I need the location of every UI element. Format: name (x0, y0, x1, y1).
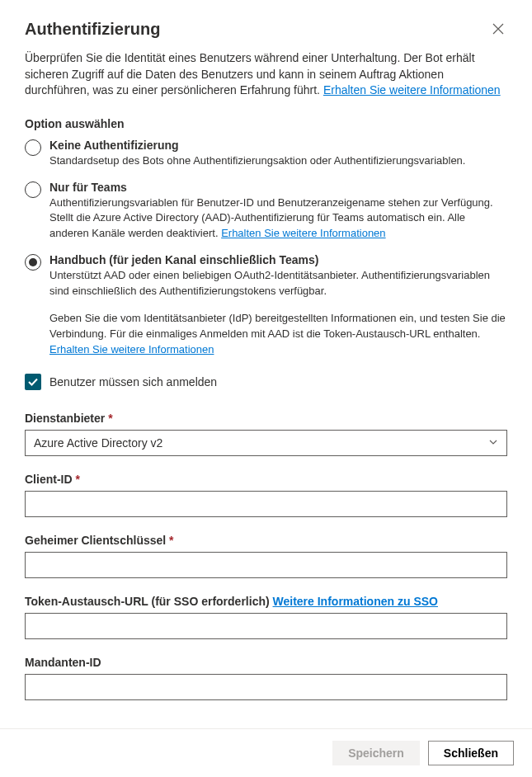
clientid-input[interactable] (25, 491, 507, 517)
option-manual-note-text: Geben Sie die vom Identitätsanbieter (Id… (49, 312, 506, 340)
field-tokenurl: Token-Austausch-URL (für SSO erforderlic… (25, 595, 507, 639)
close-button[interactable] (489, 20, 507, 40)
tokenurl-link[interactable]: Weitere Informationen zu SSO (273, 595, 438, 608)
save-button[interactable]: Speichern (332, 741, 420, 765)
check-icon (27, 376, 39, 388)
provider-value: Azure Active Directory v2 (34, 436, 162, 450)
field-provider: Dienstanbieter * Azure Active Directory … (25, 412, 507, 456)
required-mark: * (105, 412, 112, 425)
tokenurl-input[interactable] (25, 613, 507, 639)
option-none-desc: Standardsetup des Bots ohne Authentifizi… (49, 153, 507, 169)
option-manual-link[interactable]: Erhalten Sie weitere Informationen (49, 343, 214, 356)
tokenurl-label: Token-Austausch-URL (für SSO erforderlic… (25, 595, 507, 608)
clientsecret-label: Geheimer Clientschlüssel * (25, 534, 507, 547)
option-teams-link[interactable]: Erhalten Sie weitere Informationen (221, 227, 385, 239)
field-clientid: Client-ID * (25, 473, 507, 517)
intro-link[interactable]: Erhalten Sie weitere Informationen (323, 83, 501, 97)
clientsecret-input[interactable] (25, 552, 507, 578)
tokenurl-label-text: Token-Austausch-URL (für SSO erforderlic… (25, 595, 273, 608)
provider-label: Dienstanbieter * (25, 412, 507, 425)
option-none-title[interactable]: Keine Authentifizierung (49, 139, 507, 152)
require-signin-checkbox[interactable] (25, 374, 41, 390)
radio-none[interactable] (25, 139, 41, 156)
radio-teams[interactable] (25, 181, 41, 198)
required-mark: * (73, 473, 80, 486)
tenantid-input[interactable] (25, 674, 507, 700)
option-teams-desc: Authentifizierungsvariablen für Benutzer… (49, 195, 507, 243)
close-icon (492, 24, 504, 37)
provider-select[interactable]: Azure Active Directory v2 (25, 430, 507, 456)
radio-manual[interactable] (25, 254, 41, 271)
panel-footer: Speichern Schließen (0, 728, 532, 777)
field-tenantid: Mandanten-ID (25, 656, 507, 700)
intro-text: Überprüfen Sie die Identität eines Benut… (25, 50, 507, 99)
panel-content[interactable]: Überprüfen Sie die Identität eines Benut… (0, 50, 532, 728)
option-teams-title[interactable]: Nur für Teams (49, 181, 507, 194)
auth-panel: Authentifizierung Überprüfen Sie die Ide… (0, 0, 532, 777)
required-mark: * (166, 534, 173, 547)
require-signin-row: Benutzer müssen sich anmelden (25, 374, 507, 390)
option-teams: Nur für Teams Authentifizierungsvariable… (25, 181, 507, 243)
option-manual-note: Geben Sie die vom Identitätsanbieter (Id… (49, 311, 507, 358)
option-manual-title[interactable]: Handbuch (für jeden Kanal einschließlich… (49, 253, 507, 266)
option-section-label: Option auswählen (25, 117, 507, 130)
option-manual-desc: Unterstützt AAD oder einen beliebigen OA… (49, 268, 507, 299)
clientid-label: Client-ID * (25, 473, 507, 486)
page-title: Authentifizierung (25, 20, 160, 39)
panel-header: Authentifizierung (0, 0, 532, 50)
field-clientsecret: Geheimer Clientschlüssel * (25, 534, 507, 578)
provider-label-text: Dienstanbieter (25, 412, 105, 425)
clientid-label-text: Client-ID (25, 473, 73, 486)
clientsecret-label-text: Geheimer Clientschlüssel (25, 534, 166, 547)
require-signin-label[interactable]: Benutzer müssen sich anmelden (49, 375, 217, 388)
option-teams-body: Nur für Teams Authentifizierungsvariable… (49, 181, 507, 243)
option-none: Keine Authentifizierung Standardsetup de… (25, 139, 507, 169)
chevron-down-icon (488, 437, 498, 450)
option-manual-body: Handbuch (für jeden Kanal einschließlich… (49, 253, 507, 357)
tenantid-label: Mandanten-ID (25, 656, 507, 669)
tenantid-label-text: Mandanten-ID (25, 656, 101, 669)
option-manual: Handbuch (für jeden Kanal einschließlich… (25, 253, 507, 357)
option-none-body: Keine Authentifizierung Standardsetup de… (49, 139, 507, 169)
close-footer-button[interactable]: Schließen (428, 741, 514, 765)
